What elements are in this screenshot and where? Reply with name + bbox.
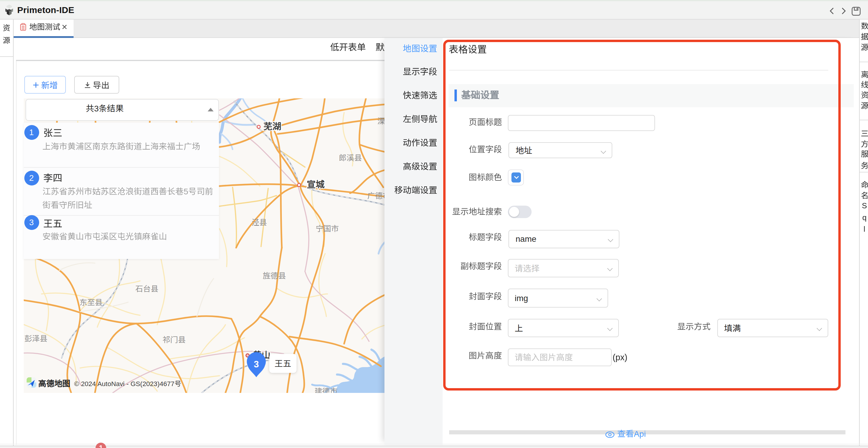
- svg-text:郎溪县: 郎溪县: [339, 153, 362, 162]
- svg-text:建德市: 建德市: [314, 387, 337, 393]
- svg-text:祁门县: 祁门县: [162, 335, 185, 344]
- svg-text:泾县: 泾县: [251, 218, 267, 227]
- svg-text:彭泽县: 彭泽县: [24, 334, 47, 343]
- svg-text:王五: 王五: [274, 359, 291, 368]
- svg-text:广德市: 广德市: [367, 192, 386, 200]
- svg-text:芜湖: 芜湖: [263, 122, 281, 131]
- svg-text:东至县: 东至县: [79, 298, 102, 307]
- svg-text:高德地图: 高德地图: [38, 379, 70, 388]
- svg-text:宣城: 宣城: [306, 179, 324, 189]
- svg-text:3: 3: [253, 359, 258, 370]
- svg-text:石台县: 石台县: [135, 284, 158, 293]
- svg-text:旌德县: 旌德县: [262, 271, 286, 280]
- svg-text:© 2024 AutoNavi - GS(2023)4677: © 2024 AutoNavi - GS(2023)4677号: [74, 380, 181, 387]
- svg-text:宁国市: 宁国市: [315, 224, 339, 233]
